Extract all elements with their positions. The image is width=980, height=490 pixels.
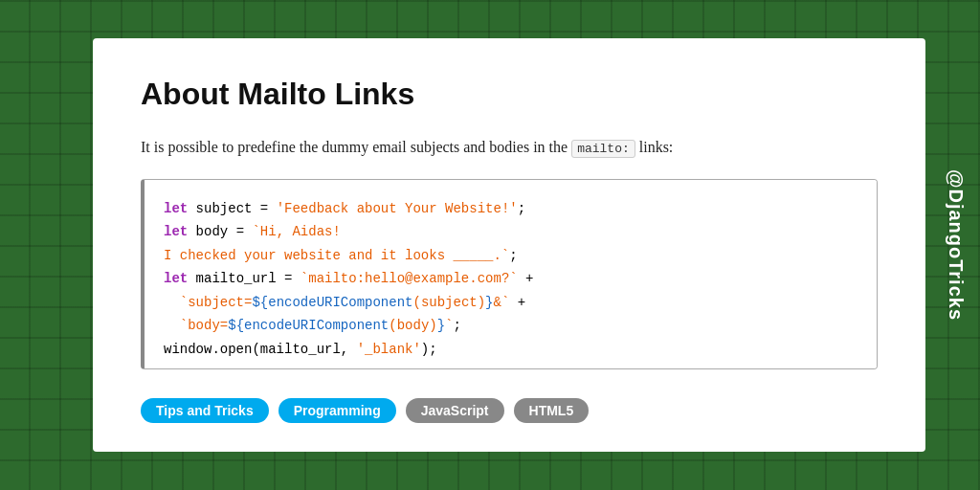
code-block: let subject = 'Feedback about Your Websi… (141, 179, 878, 369)
description-text-after: links: (635, 139, 674, 155)
description: It is possible to predefine the dummy em… (141, 135, 878, 160)
description-text-before: It is possible to predefine the dummy em… (141, 139, 571, 155)
tag-programming[interactable]: Programming (278, 398, 396, 423)
main-card: About Mailto Links It is possible to pre… (93, 38, 925, 452)
inline-code-mailto: mailto: (571, 140, 635, 158)
tag-tips-and-tricks[interactable]: Tips and Tricks (141, 398, 269, 423)
tags-row: Tips and Tricks Programming JavaScript H… (141, 398, 878, 423)
sidebar-brand: @DjangoTricks (945, 169, 967, 321)
page-title: About Mailto Links (141, 77, 878, 112)
tag-html5[interactable]: HTML5 (514, 398, 590, 423)
tag-javascript[interactable]: JavaScript (406, 398, 504, 423)
